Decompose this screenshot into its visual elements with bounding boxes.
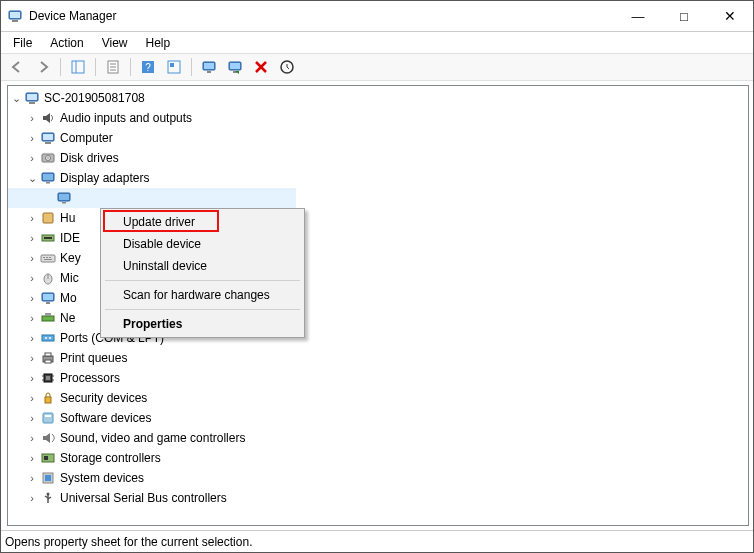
scan-hw-button[interactable] <box>275 56 299 78</box>
tree-node-label: Audio inputs and outputs <box>60 108 192 128</box>
expand-icon[interactable]: › <box>26 252 38 264</box>
disable-button[interactable] <box>223 56 247 78</box>
window-title: Device Manager <box>29 9 615 23</box>
tree-node-computer[interactable]: ›Computer <box>8 128 748 148</box>
tree-node-system[interactable]: ›System devices <box>8 468 748 488</box>
expand-icon[interactable]: › <box>26 372 38 384</box>
expand-icon[interactable]: › <box>26 272 38 284</box>
tree-node-usb[interactable]: ›Universal Serial Bus controllers <box>8 488 748 508</box>
menu-view[interactable]: View <box>94 35 136 51</box>
expand-icon[interactable]: › <box>26 492 38 504</box>
tree-node-label: Hu <box>60 208 75 228</box>
expand-icon[interactable]: › <box>26 412 38 424</box>
tree-node-display-device[interactable]: › <box>8 188 296 208</box>
sound-icon <box>40 430 56 446</box>
app-icon <box>7 8 23 24</box>
expand-icon[interactable]: › <box>26 292 38 304</box>
tree-node-software[interactable]: ›Software devices <box>8 408 748 428</box>
menu-help[interactable]: Help <box>138 35 179 51</box>
show-hide-tree-button[interactable] <box>66 56 90 78</box>
tree-node-cpu[interactable]: ›Processors <box>8 368 748 388</box>
properties-button[interactable] <box>101 56 125 78</box>
mouse-icon <box>40 270 56 286</box>
expand-icon[interactable]: › <box>26 212 38 224</box>
statusbar: Opens property sheet for the current sel… <box>1 530 753 552</box>
help-button[interactable]: ? <box>136 56 160 78</box>
context-menu-update-driver[interactable]: Update driver <box>103 211 302 233</box>
tree-node-storage[interactable]: ›Storage controllers <box>8 448 748 468</box>
audio-icon <box>40 110 56 126</box>
tree-node-sound[interactable]: ›Sound, video and game controllers <box>8 428 748 448</box>
ports-icon <box>40 330 56 346</box>
update-driver-button[interactable] <box>197 56 221 78</box>
hid-icon <box>40 210 56 226</box>
expand-icon[interactable]: › <box>26 392 38 404</box>
expand-icon[interactable]: › <box>26 432 38 444</box>
tree-node-display-adapters[interactable]: ⌄ Display adapters <box>8 168 748 188</box>
collapse-icon[interactable]: ⌄ <box>10 92 22 104</box>
menu-action[interactable]: Action <box>42 35 91 51</box>
tree-node-label: System devices <box>60 468 144 488</box>
forward-button[interactable] <box>31 56 55 78</box>
tree-root[interactable]: ⌄ SC-201905081708 <box>8 88 748 108</box>
statusbar-text: Opens property sheet for the current sel… <box>5 535 252 549</box>
scan-button[interactable] <box>162 56 186 78</box>
tree-node-disk[interactable]: ›Disk drives <box>8 148 748 168</box>
expand-icon[interactable]: › <box>26 312 38 324</box>
titlebar: Device Manager — □ ✕ <box>1 1 753 32</box>
tree-node-label: Key <box>60 248 81 268</box>
close-button[interactable]: ✕ <box>707 1 753 31</box>
context-menu: Update driver Disable device Uninstall d… <box>100 208 305 338</box>
uninstall-button[interactable] <box>249 56 273 78</box>
ide-icon <box>40 230 56 246</box>
tree-node-label: Processors <box>60 368 120 388</box>
context-menu-properties[interactable]: Properties <box>103 313 302 335</box>
context-menu-separator <box>105 309 300 310</box>
tree-node-label: Software devices <box>60 408 151 428</box>
toolbar-separator <box>130 58 131 76</box>
storage-icon <box>40 450 56 466</box>
back-button[interactable] <box>5 56 29 78</box>
monitor-icon <box>40 290 56 306</box>
collapse-icon[interactable]: ⌄ <box>26 172 38 184</box>
svg-text:?: ? <box>145 62 151 73</box>
tree-node-label: Security devices <box>60 388 147 408</box>
usb-icon <box>40 490 56 506</box>
tree-node-security[interactable]: ›Security devices <box>8 388 748 408</box>
display-icon <box>40 170 56 186</box>
svg-rect-47 <box>72 61 84 73</box>
expand-icon[interactable]: › <box>26 452 38 464</box>
context-menu-uninstall-device[interactable]: Uninstall device <box>103 255 302 277</box>
disk-icon <box>40 150 56 166</box>
tree-node-label: Universal Serial Bus controllers <box>60 488 227 508</box>
tree-node-label: Computer <box>60 128 113 148</box>
tree-node-label: Display adapters <box>60 168 149 188</box>
minimize-button[interactable]: — <box>615 1 661 31</box>
expand-icon[interactable]: › <box>26 132 38 144</box>
tree-node-print[interactable]: ›Print queues <box>8 348 748 368</box>
expand-icon[interactable]: › <box>26 112 38 124</box>
tree-node-audio[interactable]: ›Audio inputs and outputs <box>8 108 748 128</box>
expand-icon[interactable]: › <box>26 352 38 364</box>
network-icon <box>40 310 56 326</box>
keyboard-icon <box>40 250 56 266</box>
expand-icon[interactable]: › <box>26 232 38 244</box>
computer-icon <box>24 90 40 106</box>
tree-node-label: Storage controllers <box>60 448 161 468</box>
context-menu-scan[interactable]: Scan for hardware changes <box>103 284 302 306</box>
tree-root-label: SC-201905081708 <box>44 88 145 108</box>
toolbar: ? <box>1 53 753 81</box>
menu-file[interactable]: File <box>5 35 40 51</box>
tree-node-label: Mo <box>60 288 77 308</box>
security-icon <box>40 390 56 406</box>
cpu-icon <box>40 370 56 386</box>
expand-icon[interactable]: › <box>26 152 38 164</box>
maximize-button[interactable]: □ <box>661 1 707 31</box>
context-menu-disable-device[interactable]: Disable device <box>103 233 302 255</box>
toolbar-separator <box>95 58 96 76</box>
tree-node-label: Print queues <box>60 348 127 368</box>
expand-icon[interactable]: › <box>26 332 38 344</box>
tree-area: ⌄ SC-201905081708 ›Audio inputs and outp… <box>1 81 753 530</box>
expand-icon[interactable]: › <box>26 472 38 484</box>
tree-node-label: Disk drives <box>60 148 119 168</box>
